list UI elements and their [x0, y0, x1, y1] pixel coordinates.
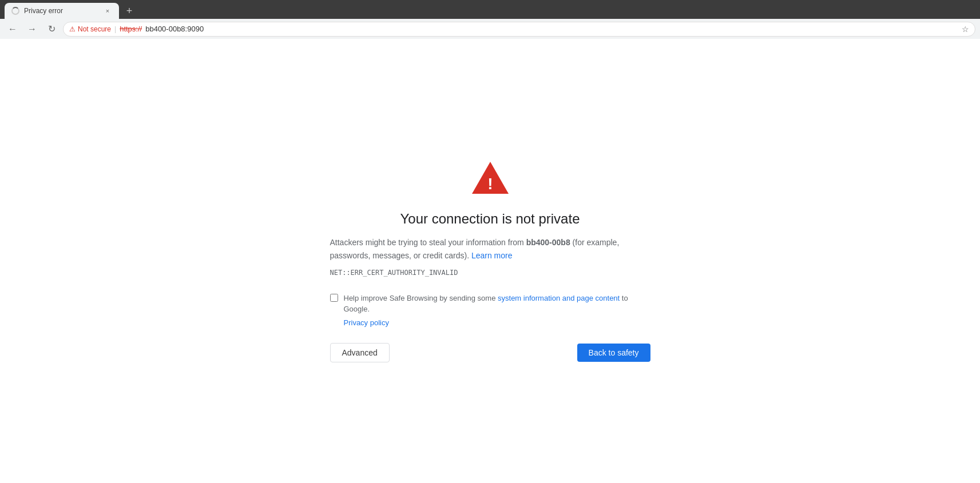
back-button[interactable]: ←: [5, 21, 21, 37]
svg-text:!: !: [487, 175, 493, 193]
description-before: Attackers might be trying to steal your …: [330, 238, 526, 247]
url-separator: |: [114, 25, 116, 33]
tab-bar: Privacy error × +: [0, 0, 980, 19]
refresh-button[interactable]: ↻: [43, 21, 59, 37]
privacy-policy-link[interactable]: Privacy policy: [344, 318, 650, 327]
url-rest: bb400-00b8:9090: [145, 25, 204, 33]
warning-icon: ⚠: [69, 25, 76, 33]
advanced-button[interactable]: Advanced: [330, 343, 390, 362]
forward-button[interactable]: →: [24, 21, 40, 37]
error-container: ! Your connection is not private Attacke…: [319, 159, 662, 362]
not-secure-label: Not secure: [78, 25, 111, 33]
new-tab-button[interactable]: +: [121, 3, 137, 19]
learn-more-link[interactable]: Learn more: [471, 251, 513, 260]
back-to-safety-button[interactable]: Back to safety: [577, 344, 650, 362]
checkbox-label: Help improve Safe Browsing by sending so…: [344, 293, 650, 315]
not-secure-badge: ⚠ Not secure: [69, 25, 111, 33]
system-info-link[interactable]: system information and page content: [498, 294, 620, 302]
safe-browsing-checkbox[interactable]: [330, 294, 338, 302]
active-tab[interactable]: Privacy error ×: [5, 3, 119, 19]
browser-chrome: Privacy error × + ← → ↻ ⚠ Not secure | h…: [0, 0, 980, 39]
warning-icon-container: !: [470, 159, 511, 197]
domain-highlight: bb400-00b8: [526, 238, 570, 247]
error-title: Your connection is not private: [400, 211, 580, 227]
tab-close-button[interactable]: ×: [103, 6, 112, 15]
address-bar[interactable]: ⚠ Not secure | https://bb400-00b8:9090 ☆: [63, 22, 975, 37]
error-code: NET::ERR_CERT_AUTHORITY_INVALID: [330, 269, 650, 277]
checkbox-label-before: Help improve Safe Browsing by sending so…: [344, 294, 498, 302]
tab-loading-spinner: [11, 7, 19, 15]
error-description: Attackers might be trying to steal your …: [330, 236, 650, 262]
bookmark-star-icon[interactable]: ☆: [962, 25, 969, 34]
tab-title: Privacy error: [24, 7, 98, 15]
warning-triangle-icon: !: [470, 159, 511, 195]
buttons-row: Advanced Back to safety: [330, 343, 650, 362]
url-https: https://: [120, 25, 142, 33]
nav-bar: ← → ↻ ⚠ Not secure | https://bb400-00b8:…: [0, 19, 980, 39]
checkbox-section: Help improve Safe Browsing by sending so…: [330, 293, 650, 327]
checkbox-row: Help improve Safe Browsing by sending so…: [330, 293, 650, 315]
page-content: ! Your connection is not private Attacke…: [0, 39, 980, 483]
